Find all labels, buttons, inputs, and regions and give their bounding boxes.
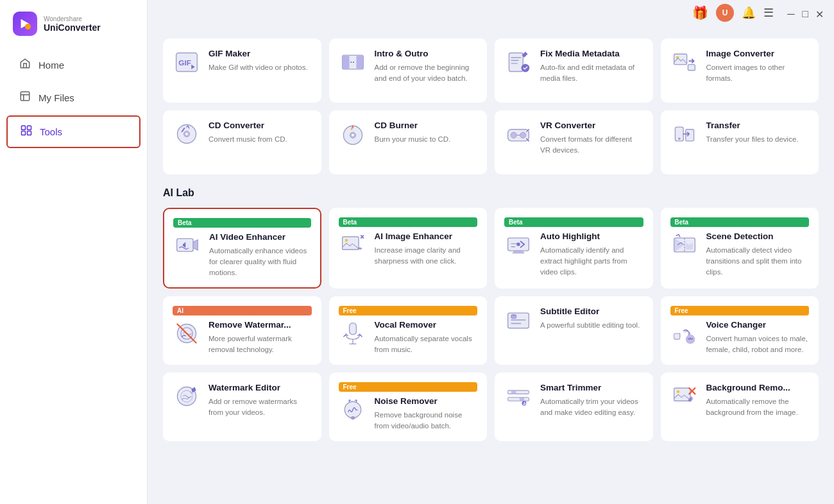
noise-remover-desc: Remove background noise from video/audio… — [375, 410, 478, 432]
svg-rect-38 — [349, 323, 356, 335]
tool-card-intro-outro[interactable]: Intro & Outro Add or remove the beginnin… — [329, 38, 488, 103]
noise-remover-name: Noise Remover — [375, 396, 478, 407]
sidebar-item-myfiles-label: My Files — [38, 92, 74, 103]
svg-point-25 — [520, 132, 526, 138]
tool-card-ai-image-enhancer[interactable]: Beta AI Image Enhancer Increase i — [329, 208, 488, 289]
ai-video-enhancer-icon — [173, 231, 201, 260]
tool-card-smart-trimmer[interactable]: AI Smart Trimmer Automatically trim your… — [495, 373, 653, 441]
svg-rect-27 — [685, 130, 694, 141]
tool-card-fix-metadata[interactable]: Fix Media Metadata Auto-fix and edit met… — [495, 38, 653, 103]
minimize-button[interactable]: ─ — [787, 8, 796, 17]
vocal-remover-icon — [339, 319, 367, 348]
tool-card-watermark-editor[interactable]: Watermark Editor Add or remove watermark… — [163, 373, 321, 441]
svg-point-24 — [511, 132, 516, 138]
tool-card-vr-converter[interactable]: VR Converter Convert formats for differe… — [495, 110, 653, 174]
remove-watermark-desc: More powerful watermark removal technolo… — [208, 333, 312, 356]
ai-image-enhancer-info: AI Image Enhancer Increase image clarity… — [375, 231, 478, 267]
sidebar-item-home[interactable]: Home — [6, 50, 140, 80]
svg-rect-6 — [28, 131, 31, 135]
badge-voice: Free — [670, 306, 810, 315]
close-button[interactable]: ✕ — [815, 8, 824, 17]
ai-image-enhancer-desc: Increase image clarity and sharpness wit… — [375, 245, 478, 267]
subtitle-editor-icon — [504, 306, 532, 334]
fix-metadata-icon — [504, 48, 532, 76]
badge-ai-image: Beta — [339, 217, 478, 227]
gift-icon[interactable]: 🎁 — [692, 5, 708, 21]
svg-rect-49 — [508, 391, 529, 394]
svg-rect-41 — [508, 313, 529, 328]
vr-converter-desc: Convert formats for different VR devices… — [540, 134, 643, 156]
tool-card-cd-converter[interactable]: CD Converter Convert music from CD. — [163, 110, 321, 174]
remove-watermark-name: Remove Watermar... — [208, 319, 312, 331]
cd-converter-desc: Convert music from CD. — [208, 134, 312, 145]
bell-icon[interactable]: 🔔 — [742, 6, 756, 20]
maximize-button[interactable]: □ — [801, 8, 810, 17]
vr-converter-name: VR Converter — [540, 120, 643, 131]
svg-point-22 — [352, 134, 354, 137]
badge-noise: Free — [339, 382, 478, 392]
svg-point-19 — [185, 133, 188, 135]
smart-trimmer-icon: AI — [504, 382, 532, 410]
cd-burner-name: CD Burner — [375, 120, 478, 131]
auto-highlight-icon — [504, 231, 532, 259]
sidebar-item-myfiles[interactable]: My Files — [6, 83, 140, 113]
home-icon — [19, 58, 31, 72]
noise-remover-icon — [339, 396, 367, 424]
bg-remover-name: Background Remo... — [706, 382, 810, 394]
tool-card-auto-highlight[interactable]: Beta Auto Highlight Automatically — [495, 208, 653, 289]
tool-card-voice-changer[interactable]: Free Voice Changer — [661, 296, 819, 365]
tool-card-noise-remover[interactable]: Free Noise Remover — [329, 373, 488, 441]
tool-card-scene-detection[interactable]: Beta Scene Detection — [661, 208, 819, 289]
vocal-remover-desc: Automatically separate vocals from music… — [375, 333, 478, 356]
tool-card-transfer[interactable]: Transfer Transfer your files to device. — [661, 110, 819, 174]
transfer-desc: Transfer your files to device. — [706, 134, 810, 145]
fix-metadata-info: Fix Media Metadata Auto-fix and edit met… — [540, 48, 643, 84]
svg-rect-10 — [342, 55, 349, 69]
tool-card-bg-remover[interactable]: Background Remo... Automatically remove … — [661, 373, 819, 441]
svg-rect-50 — [508, 398, 529, 401]
tool-card-ai-video-enhancer[interactable]: Beta AI Video Enhancer Automatically enh… — [163, 208, 321, 289]
window-controls: ─ □ ✕ — [787, 8, 824, 17]
ai-lab-title: AI Lab — [163, 187, 819, 199]
transfer-info: Transfer Transfer your files to device. — [706, 120, 810, 145]
svg-point-44 — [685, 335, 695, 344]
ai-video-enhancer-name: AI Video Enhancer — [209, 231, 311, 243]
tool-card-gif-maker[interactable]: GIF GIF Maker Make Gif with video or pho… — [163, 38, 321, 103]
vocal-remover-info: Vocal Remover Automatically separate voc… — [375, 319, 478, 355]
sidebar-item-tools[interactable]: Tools — [6, 115, 140, 148]
svg-rect-12 — [509, 53, 523, 71]
image-converter-info: Image Converter Convert images to other … — [706, 48, 810, 84]
badge-vocal: Free — [339, 306, 478, 315]
menu-icon[interactable]: ☰ — [763, 6, 774, 20]
gif-maker-name: GIF Maker — [208, 48, 312, 60]
image-converter-icon — [670, 48, 699, 76]
user-avatar[interactable]: U — [716, 4, 734, 22]
vocal-remover-name: Vocal Remover — [375, 319, 478, 331]
svg-text:GIF: GIF — [178, 58, 191, 67]
badge-ai-video: Beta — [173, 218, 311, 228]
tool-card-cd-burner[interactable]: CD Burner Burn your music to CD. — [329, 110, 488, 174]
badge-highlight: Beta — [504, 217, 643, 227]
scene-detection-info: Scene Detection Automatically detect vid… — [706, 231, 810, 278]
subtitle-editor-info: Subtitle Editor A powerful subtitle edit… — [540, 306, 643, 331]
gif-maker-desc: Make Gif with video or photos. — [208, 62, 312, 73]
vr-converter-info: VR Converter Convert formats for differe… — [540, 120, 643, 156]
sidebar-item-home-label: Home — [38, 60, 64, 71]
tool-card-image-converter[interactable]: Image Converter Convert images to other … — [661, 38, 819, 103]
svg-point-33 — [516, 242, 520, 246]
intro-outro-desc: Add or remove the beginning and end of y… — [375, 62, 478, 85]
transfer-name: Transfer — [706, 120, 810, 131]
bg-remover-desc: Automatically remove the background from… — [706, 396, 810, 419]
auto-highlight-desc: Automatically identify and extract highl… — [540, 245, 643, 278]
tool-card-subtitle-editor[interactable]: Subtitle Editor A powerful subtitle edit… — [495, 296, 653, 365]
tool-card-remove-watermark[interactable]: AI Remove Watermar... More powerf — [163, 296, 321, 365]
cd-burner-info: CD Burner Burn your music to CD. — [375, 120, 478, 145]
voice-changer-desc: Convert human voices to male, female, ch… — [706, 333, 810, 356]
svg-point-56 — [676, 391, 679, 394]
intro-outro-info: Intro & Outro Add or remove the beginnin… — [375, 48, 478, 84]
tool-card-vocal-remover[interactable]: Free Vocal Remover — [329, 296, 488, 365]
auto-highlight-name: Auto Highlight — [540, 231, 643, 242]
topbar: 🎁 U 🔔 ☰ ─ □ ✕ — [148, 0, 834, 26]
svg-rect-2 — [21, 92, 30, 101]
app-logo-icon — [13, 12, 37, 36]
